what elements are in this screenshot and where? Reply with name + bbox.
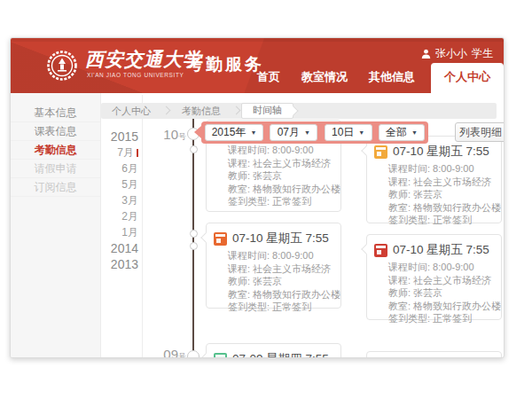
attendance-card: 07-10 星期五 7:55课程时间: 8:00-9:00课程: 社会主义市场经… — [366, 234, 502, 320]
card-titlebar: 07-10 星期五 7:55 — [374, 242, 494, 258]
user-role: 学生 — [472, 46, 493, 61]
day-marker-label: 10号 — [153, 127, 186, 143]
card-row: 教室: 格物致知行政办公楼 — [374, 201, 494, 215]
timeline-year-nav: 20157月6月5月3月2月1月20142013 — [98, 129, 138, 272]
calendar-icon-bar — [215, 355, 225, 357]
timeline-nav-1月[interactable]: 1月 — [98, 224, 138, 240]
main-nav: 首页教室情况其他信息个人中心 — [246, 63, 504, 93]
user-icon — [421, 49, 431, 59]
chevron-down-icon: ▼ — [411, 129, 418, 136]
timeline-nav-2月[interactable]: 2月 — [98, 208, 138, 224]
sidebar-item-基本信息[interactable]: 基本信息 — [11, 104, 100, 122]
timeline-node — [190, 230, 198, 238]
card-row: 教室: 格物致知行政办公楼 — [214, 288, 333, 301]
university-logo-icon — [46, 50, 78, 82]
filter-select-month[interactable]: 07月▼ — [270, 124, 317, 141]
timeline-nav-2013[interactable]: 2013 — [98, 256, 138, 272]
university-name-en: XI'AN JIAO TONG UNIVERSITY — [87, 72, 184, 78]
timeline-nav-5月[interactable]: 5月 — [98, 176, 138, 192]
card-title: 07-09 星期四 7:55 — [232, 351, 329, 358]
timeline-nav-2014[interactable]: 2014 — [98, 240, 138, 256]
timeline-nav-7月[interactable]: 7月 — [98, 145, 138, 160]
filter-value-year: 2015年 — [212, 125, 246, 140]
nav-item-个人中心[interactable]: 个人中心 — [431, 63, 504, 93]
breadcrumb-item[interactable]: 个人中心 — [101, 103, 161, 119]
calendar-icon-bar — [376, 147, 386, 150]
attendance-card — [366, 351, 502, 358]
card-row: 课程: 社会主义市场经济 — [214, 262, 333, 276]
card-row: 课程: 社会主义市场经济 — [214, 157, 333, 170]
user-account[interactable]: 张小小 学生 — [421, 46, 493, 61]
sidebar-item-考勤信息[interactable]: 考勤信息 — [11, 141, 100, 160]
attendance-card: 07-10 星期五 7:55课程时间: 8:00-9:00课程: 社会主义市场经… — [366, 136, 502, 223]
breadcrumb-chevron-icon — [232, 106, 241, 115]
current-month-tick — [137, 149, 138, 157]
breadcrumb-item[interactable]: 考勤信息 — [171, 103, 231, 119]
card-row: 课程: 社会主义市场经济 — [374, 274, 494, 287]
card-pointer-icon — [361, 145, 371, 155]
day-number: 09 — [163, 347, 178, 358]
calendar-icon — [214, 232, 227, 246]
app-window: 西安交通大学 XI'AN JIAO TONG UNIVERSITY 考勤服务 张… — [10, 37, 505, 358]
timeline-node — [190, 242, 198, 250]
filter-select-year[interactable]: 2015年▼ — [205, 124, 263, 141]
day-marker-label: 09号 — [153, 347, 186, 358]
card-pointer-icon — [361, 244, 371, 254]
breadcrumb-item[interactable]: 时间轴 — [241, 103, 293, 119]
list-detail-button[interactable]: 列表明细 — [455, 122, 505, 142]
timeline-nav-2015[interactable]: 2015 — [98, 129, 138, 145]
filter-select-type[interactable]: 全部▼ — [379, 124, 425, 141]
card-titlebar: 07-10 星期五 7:55 — [374, 144, 494, 160]
calendar-icon — [374, 244, 387, 257]
card-row: 课程时间: 8:00-9:00 — [214, 249, 333, 262]
nav-item-其他信息[interactable]: 其他信息 — [358, 69, 426, 93]
attendance-card: 07-10 星期五 7:55课程时间: 8:00-9:00课程: 社会主义市场经… — [206, 223, 341, 309]
card-row: 教室: 格物致知行政办公楼 — [374, 300, 494, 313]
card-row: 教室: 格物致知行政办公楼 — [214, 183, 333, 196]
nav-item-首页[interactable]: 首页 — [246, 69, 291, 93]
card-row: 课程时间: 8:00-9:00 — [374, 162, 494, 176]
sidebar-item-订阅信息[interactable]: 订阅信息 — [11, 178, 100, 197]
card-title: 07-10 星期五 7:55 — [232, 231, 329, 246]
day-number: 10 — [163, 127, 178, 142]
timeline-node — [190, 145, 198, 153]
card-row: 课程时间: 8:00-9:00 — [214, 144, 333, 157]
chevron-down-icon: ▼ — [250, 129, 256, 136]
filter-value-day: 10日 — [332, 125, 354, 140]
card-pointer-icon — [200, 232, 210, 242]
card-row: 教师: 张芸京 — [214, 275, 333, 288]
app-header: 西安交通大学 XI'AN JIAO TONG UNIVERSITY 考勤服务 张… — [11, 38, 504, 93]
timeline-nav-6月[interactable]: 6月 — [98, 160, 138, 176]
chevron-down-icon: ▼ — [304, 129, 310, 136]
card-row: 签到类型: 正常签到 — [374, 214, 494, 227]
card-pointer-icon — [200, 353, 210, 358]
filter-bar-arrow-icon — [194, 126, 201, 138]
card-titlebar: 07-10 星期五 7:55 — [214, 231, 333, 246]
card-row: 签到类型: 正常签到 — [214, 195, 333, 208]
filter-value-month: 07月 — [278, 125, 300, 140]
filter-select-day[interactable]: 10日▼ — [325, 124, 372, 141]
card-row: 课程时间: 8:00-9:00 — [374, 261, 494, 274]
card-row: 教师: 张芸京 — [374, 188, 494, 201]
calendar-icon — [214, 353, 227, 359]
sidebar: 基本信息课表信息考勤信息请假申请订阅信息 — [11, 93, 101, 358]
breadcrumb-chevron-icon — [162, 106, 171, 115]
card-row: 教师: 张芸京 — [374, 286, 494, 300]
university-name-cn: 西安交通大学 — [85, 47, 202, 72]
sidebar-item-请假申请[interactable]: 请假申请 — [11, 160, 100, 178]
card-row: 课程: 社会主义市场经济 — [374, 176, 494, 189]
nav-item-教室情况[interactable]: 教室情况 — [291, 69, 358, 93]
card-row: 签到类型: 正常签到 — [374, 312, 494, 325]
calendar-icon-bar — [376, 246, 386, 248]
breadcrumb-active-arrow-icon — [288, 106, 298, 115]
calendar-icon-glyph — [216, 239, 221, 243]
card-titlebar: 07-09 星期四 7:55 — [214, 351, 333, 358]
card-title: 07-10 星期五 7:55 — [393, 242, 489, 258]
calendar-icon-glyph — [377, 250, 381, 254]
breadcrumb: 个人中心考勤信息时间轴 — [101, 103, 497, 119]
user-name: 张小小 — [435, 46, 467, 61]
sidebar-item-课表信息[interactable]: 课表信息 — [11, 122, 100, 141]
filter-bar: 2015年▼07月▼10日▼全部▼ — [201, 121, 428, 144]
timeline-nav-3月[interactable]: 3月 — [98, 192, 138, 208]
timeline-node — [187, 350, 200, 358]
